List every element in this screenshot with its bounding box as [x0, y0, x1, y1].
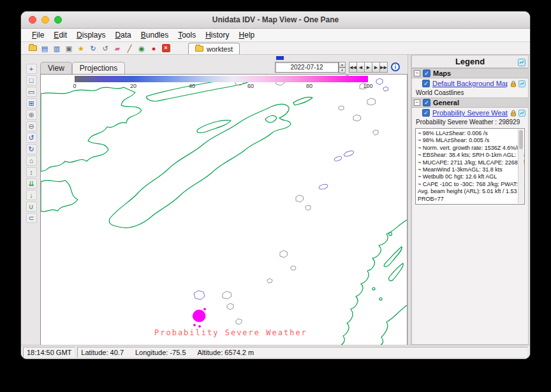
menu-edit[interactable]: Edit	[52, 30, 69, 40]
subset-icon[interactable]: ⊂	[26, 213, 37, 223]
properties-icon[interactable]	[518, 80, 525, 87]
probability-link[interactable]: Probability Severe Weat...	[432, 109, 508, 117]
island-dot	[389, 233, 392, 236]
record-icon[interactable]: ●	[149, 43, 159, 54]
menu-bundles[interactable]: Bundles	[139, 30, 170, 40]
rubberband-icon[interactable]: □	[26, 75, 37, 85]
legend-panel: Legend − ✓ Maps ✓ Default Background Map…	[411, 55, 529, 345]
menu-history[interactable]: History	[203, 30, 231, 40]
row-icons	[510, 110, 525, 117]
coastline-inner-lake	[265, 115, 277, 122]
level-down-icon[interactable]: ⇊	[26, 178, 37, 189]
menu-tools[interactable]: Tools	[176, 30, 198, 40]
readout-line: ~ MUCAPE: 2711 J/kg; MLCAPE: 2268 J/kg	[418, 159, 517, 166]
altitude-readout: Altitude: 6574.2 m	[198, 349, 254, 356]
app-window: Unidata IDV - Map View - One Pane File E…	[20, 11, 531, 359]
menu-data[interactable]: Data	[113, 30, 133, 40]
vertical-icon[interactable]: ↕	[26, 167, 37, 177]
colorbar-tick: 40	[189, 83, 195, 89]
open-bundle-icon[interactable]	[27, 43, 38, 54]
coastline-mainland	[41, 87, 142, 171]
spinner-down-icon[interactable]: ▼	[339, 68, 346, 73]
select-icon[interactable]: ▭	[26, 87, 37, 97]
coastline-right	[341, 220, 407, 345]
probability-checkbox[interactable]: ✓	[422, 109, 430, 117]
animation-step-indicator	[276, 56, 284, 60]
time-spinner: ▲ ▼	[339, 62, 346, 73]
properties-icon[interactable]	[518, 110, 525, 117]
legend-title: Legend	[455, 57, 485, 66]
pencil-icon[interactable]: ╱	[124, 43, 135, 54]
zoom-window-button[interactable]	[54, 16, 62, 24]
severe-weather-cell	[193, 309, 205, 328]
row-icons	[510, 80, 525, 87]
readout-line: ~ Wetbulb 0C hgt: 12.6 kft AGL	[418, 173, 517, 180]
close-window-button[interactable]	[29, 16, 36, 24]
storm-track-outlines	[194, 78, 388, 300]
display-label: Probability Severe Weather	[154, 328, 307, 337]
remove-displays-icon[interactable]: ×	[161, 43, 171, 54]
new-window-icon[interactable]: ▣	[64, 43, 74, 54]
island-dot	[379, 298, 382, 300]
lock-icon[interactable]	[510, 110, 517, 117]
worktest-tab[interactable]: worktest	[188, 43, 240, 54]
collapse-icon[interactable]: −	[414, 70, 420, 76]
favorites-star-icon[interactable]: ★	[76, 43, 86, 54]
eraser-icon[interactable]: ▰	[112, 43, 122, 54]
storm-cell-outlines	[223, 75, 378, 324]
general-checkbox[interactable]: ✓	[423, 99, 430, 106]
background-maps-link[interactable]: Default Background Maps	[432, 80, 508, 87]
union-icon[interactable]: ∪	[26, 201, 37, 212]
reload-icon[interactable]: ↻	[88, 43, 98, 54]
readout-line: ~ MeanWind 1-3kmAGL: 31.8 kts	[418, 166, 517, 173]
history-icon[interactable]: ↺	[100, 43, 110, 54]
save-bundle-icon[interactable]: ▤	[40, 43, 50, 54]
readout-line: Avg. beam height (ARL): 5.01 kft / 1.53 …	[418, 188, 517, 195]
scrollbar-thumb[interactable]	[519, 130, 523, 149]
float-legend-icon[interactable]	[518, 57, 525, 70]
spinner-up-icon[interactable]: ▲	[339, 62, 346, 68]
folder-icon	[29, 45, 37, 51]
main-toolbar: ▤ ▥ ▣ ★ ↻ ↺ ▰ ╱ ◉ ● × worktest	[21, 42, 530, 55]
tab-view[interactable]: View	[40, 62, 72, 74]
save-as-icon[interactable]: ▥	[52, 43, 62, 54]
probe-readout-box[interactable]: ~ 98% LLAzShear: 0.006 /s ~ 98% MLAzShea…	[415, 128, 525, 205]
longitude-readout: Longitude: -75.5	[135, 349, 186, 356]
worktest-folder-icon	[195, 46, 203, 52]
home-view-icon[interactable]: ⌂	[26, 156, 37, 166]
legend-group-general[interactable]: − ✓ General	[412, 98, 528, 108]
minimize-window-button[interactable]	[41, 16, 49, 24]
legend-header: Legend	[412, 55, 528, 68]
readout-line: ~ 98% MLAzShear: 0.005 /s	[418, 137, 517, 144]
lock-icon[interactable]	[510, 80, 517, 87]
background-maps-checkbox[interactable]: ✓	[422, 80, 430, 87]
collapse-icon[interactable]: −	[414, 99, 420, 106]
menu-help[interactable]: Help	[237, 30, 257, 40]
maps-checkbox[interactable]: ✓	[423, 69, 430, 77]
legend-group-maps[interactable]: − ✓ Maps	[412, 68, 528, 78]
map-canvas[interactable]: 0 20 40 60 80 100 Probability Severe Wea…	[40, 74, 408, 346]
maps-group-label: Maps	[433, 69, 451, 77]
main-area: + □ ▭ ⊞ ⊕ ⊖ ↺ ↻ ⌂ ↕ ⇊ ↓ ∪ ⊂ View Project…	[21, 55, 530, 345]
grid-icon[interactable]: ⊞	[26, 98, 37, 108]
readout-scrollbar[interactable]	[518, 129, 524, 203]
latitude-readout: Latitude: 40.7	[81, 349, 124, 356]
globe-icon[interactable]: ◉	[136, 43, 147, 54]
view-menus: View Projections	[40, 62, 125, 74]
down-arrow-icon[interactable]: ↓	[26, 190, 37, 200]
redo-view-icon[interactable]: ↻	[26, 144, 37, 154]
tab-projections[interactable]: Projections	[72, 62, 125, 74]
undo-view-icon[interactable]: ↺	[26, 133, 37, 143]
zoom-out-icon[interactable]: ⊖	[26, 121, 37, 131]
menu-file[interactable]: File	[30, 30, 46, 40]
go-to-end-button[interactable]: ▶▶	[379, 62, 388, 73]
readout-line: ~ CAPE -10C to -30C: 768 J/kg; PWAT: 1.5	[418, 181, 517, 188]
zoom-in-icon[interactable]: ⊕	[26, 110, 37, 120]
animation-properties-icon[interactable]: i	[391, 62, 400, 71]
animation-time-field[interactable]: 2022-07-12 17:30:40Z	[275, 62, 339, 73]
menu-displays[interactable]: Displays	[75, 30, 107, 40]
cursor-position-readout: Latitude: 40.7 Longitude: -75.5 Altitude…	[77, 347, 528, 358]
pan-icon[interactable]: +	[26, 64, 37, 74]
readout-line: ~ EBShear: 38.4 kts; SRH 0-1km AGL: 86 m	[418, 152, 517, 159]
title-bar[interactable]: Unidata IDV - Map View - One Pane	[21, 11, 530, 29]
